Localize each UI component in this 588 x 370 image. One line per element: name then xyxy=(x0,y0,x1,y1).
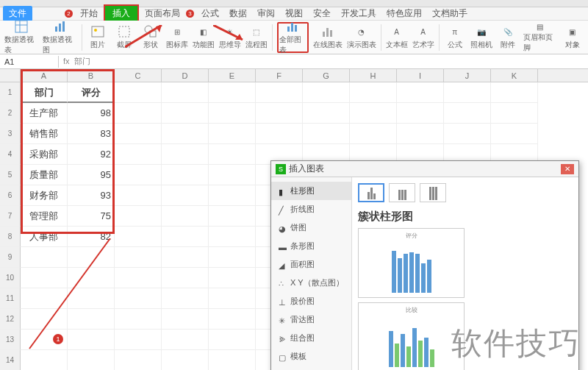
cell[interactable]: 92 xyxy=(68,144,115,165)
pivot-table-button[interactable]: 数据透视表 xyxy=(4,22,38,53)
type-line[interactable]: ╱折线图 xyxy=(271,200,351,218)
cell[interactable] xyxy=(162,227,209,247)
row-number[interactable]: 13 xyxy=(0,330,21,350)
funcchart-button[interactable]: ◧功能图 xyxy=(193,22,215,53)
screenshot-button[interactable]: 截屏 xyxy=(113,22,135,53)
col-I[interactable]: I xyxy=(397,69,444,82)
cell[interactable] xyxy=(162,330,209,350)
cell[interactable]: 质量部 xyxy=(21,165,68,185)
cell[interactable] xyxy=(162,247,209,268)
type-bar[interactable]: ▬条形图 xyxy=(271,237,351,255)
tab-start[interactable]: 开始 xyxy=(76,6,102,21)
mindmap-button[interactable]: ☀思维导 xyxy=(219,22,241,53)
cell[interactable] xyxy=(256,103,303,124)
cell[interactable] xyxy=(162,206,209,227)
cell[interactable] xyxy=(162,103,209,124)
row-number[interactable]: 12 xyxy=(0,309,21,330)
name-box[interactable]: A1 xyxy=(0,56,59,68)
cell[interactable]: 评分 xyxy=(68,82,115,103)
cell[interactable] xyxy=(68,309,115,330)
row-number[interactable]: 1 xyxy=(0,82,21,103)
fx-label[interactable]: fx 部门 xyxy=(59,54,95,68)
cell[interactable] xyxy=(209,124,256,144)
type-pie[interactable]: ◕饼图 xyxy=(271,218,351,237)
col-E[interactable]: E xyxy=(209,69,256,82)
cell[interactable]: 75 xyxy=(68,206,115,227)
cell[interactable] xyxy=(115,144,162,165)
tab-security[interactable]: 安全 xyxy=(309,6,335,21)
close-button[interactable]: ✕ xyxy=(561,164,574,174)
cell[interactable] xyxy=(68,268,115,288)
cell[interactable] xyxy=(209,206,256,227)
cell[interactable] xyxy=(21,288,68,309)
cell[interactable]: 采购部 xyxy=(21,144,68,165)
cell[interactable] xyxy=(209,144,256,165)
cell[interactable] xyxy=(350,82,397,103)
row-number[interactable]: 7 xyxy=(0,206,21,227)
col-J[interactable]: J xyxy=(444,69,491,82)
subtype-percent[interactable] xyxy=(420,183,446,202)
col-H[interactable]: H xyxy=(350,69,397,82)
cell[interactable] xyxy=(21,247,68,268)
cell[interactable] xyxy=(115,288,162,309)
subtype-stacked[interactable] xyxy=(389,183,415,202)
cell[interactable] xyxy=(115,165,162,185)
row-number[interactable]: 3 xyxy=(0,124,21,144)
type-area[interactable]: ◢面积图 xyxy=(271,255,351,274)
grid-row[interactable]: 2生产部98 xyxy=(0,103,588,124)
type-scatter[interactable]: ∴X Y（散点图） xyxy=(271,274,351,292)
cell[interactable] xyxy=(209,247,256,268)
row-number[interactable]: 8 xyxy=(0,227,21,247)
cell[interactable] xyxy=(303,82,350,103)
cell[interactable] xyxy=(115,309,162,330)
flowchart-button[interactable]: ⬚流程图 xyxy=(245,22,268,53)
cell[interactable] xyxy=(209,185,256,206)
cell[interactable] xyxy=(162,268,209,288)
attach-button[interactable]: 📎附件 xyxy=(497,22,519,53)
textbox-button[interactable]: A文本框 xyxy=(386,22,408,53)
cell[interactable] xyxy=(209,82,256,103)
row-number[interactable]: 6 xyxy=(0,185,21,206)
cell[interactable] xyxy=(115,124,162,144)
cell[interactable] xyxy=(162,82,209,103)
cell[interactable] xyxy=(209,288,256,309)
cell[interactable]: 部门 xyxy=(21,82,68,103)
cell[interactable]: 财务部 xyxy=(21,185,68,206)
tab-dochelper[interactable]: 文档助手 xyxy=(428,6,472,21)
cell[interactable]: 管理部 xyxy=(21,206,68,227)
cell[interactable] xyxy=(162,309,209,330)
cell[interactable] xyxy=(209,103,256,124)
cell[interactable] xyxy=(209,165,256,185)
type-combo[interactable]: ⫸组合图 xyxy=(271,329,351,347)
formula-button[interactable]: π公式 xyxy=(444,22,466,53)
grid-row[interactable]: 1部门评分 xyxy=(0,82,588,103)
cell[interactable] xyxy=(209,309,256,330)
cell[interactable] xyxy=(115,247,162,268)
cell[interactable] xyxy=(397,82,444,103)
cell[interactable]: 98 xyxy=(68,103,115,124)
row-number[interactable]: 2 xyxy=(0,103,21,124)
cell[interactable] xyxy=(115,82,162,103)
cell[interactable]: 82 xyxy=(68,227,115,247)
cell[interactable] xyxy=(397,103,444,124)
cell[interactable] xyxy=(115,103,162,124)
cell[interactable]: 83 xyxy=(68,124,115,144)
cell[interactable] xyxy=(444,103,491,124)
header-footer-button[interactable]: ▤页眉和页脚 xyxy=(523,22,557,53)
row-number[interactable]: 11 xyxy=(0,288,21,309)
cell[interactable] xyxy=(162,350,209,370)
cell[interactable]: 93 xyxy=(68,185,115,206)
grid-row[interactable]: 3销售部83 xyxy=(0,124,588,144)
tab-review[interactable]: 审阅 xyxy=(253,6,279,21)
cell[interactable] xyxy=(256,124,303,144)
cell[interactable] xyxy=(162,288,209,309)
row-number[interactable]: 4 xyxy=(0,144,21,165)
type-stock[interactable]: ⊥股价图 xyxy=(271,292,351,310)
dialog-titlebar[interactable]: S 插入图表 ✕ xyxy=(271,161,578,177)
cell[interactable] xyxy=(303,103,350,124)
type-column[interactable]: ▮柱形图 xyxy=(271,182,351,200)
row-number[interactable]: 9 xyxy=(0,247,21,268)
col-A[interactable]: A xyxy=(21,69,68,82)
cell[interactable] xyxy=(68,247,115,268)
cell[interactable] xyxy=(209,268,256,288)
